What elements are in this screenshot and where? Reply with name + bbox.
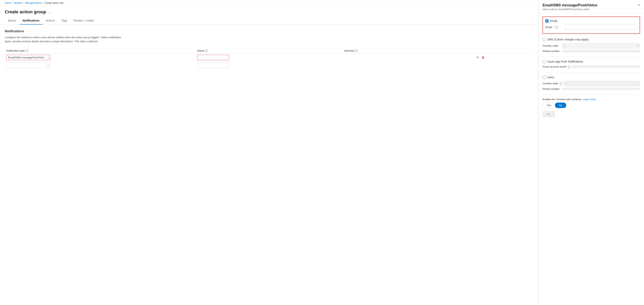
tab-review-create[interactable]: Review + create xyxy=(70,17,97,24)
alert-schema-label: Enable the common alert schema. Learn mo… xyxy=(542,98,640,101)
notification-type-select[interactable]: Email/SMS message/Push/Voice Azure app P… xyxy=(6,55,50,60)
voice-checkbox-label[interactable]: Voice xyxy=(547,76,554,79)
azure-email-input xyxy=(572,65,640,68)
toggle-no-button[interactable]: No xyxy=(555,103,566,108)
right-panel: Email/SMS message/Push/Voice Add or edit… xyxy=(538,0,644,305)
alert-schema-toggle: Yes No xyxy=(542,102,566,108)
panel-content: Email Email * i SMS (Carrier charges may… xyxy=(538,13,644,305)
voice-phone-label: Phone number xyxy=(542,87,560,90)
divider-1 xyxy=(542,56,640,57)
email-checkbox-wrapper: Email xyxy=(545,19,637,22)
sms-checkbox[interactable] xyxy=(542,38,546,41)
tab-notifications[interactable]: Notifications xyxy=(19,17,43,24)
toggle-yes-button[interactable]: Yes xyxy=(543,103,555,108)
sms-country-select[interactable]: 1 xyxy=(562,43,640,48)
email-checkbox[interactable] xyxy=(545,19,548,22)
sms-checkbox-label[interactable]: SMS (Carrier charges may apply) xyxy=(547,38,589,41)
sms-checkbox-wrapper: SMS (Carrier charges may apply) xyxy=(542,38,640,41)
voice-checkbox[interactable] xyxy=(542,76,546,79)
learn-more-link[interactable]: Learn more xyxy=(582,98,596,101)
voice-phone-row: Phone number xyxy=(542,87,640,90)
sms-phone-label: Phone number xyxy=(542,50,560,53)
sms-section: SMS (Carrier charges may apply) Country … xyxy=(542,38,640,53)
voice-country-info-icon[interactable]: i xyxy=(560,82,562,85)
notification-name-input-1[interactable] xyxy=(197,55,229,60)
azure-push-checkbox[interactable] xyxy=(542,60,546,63)
alert-schema-section: Enable the common alert schema. Learn mo… xyxy=(542,98,640,108)
notification-type-select-wrapper: Email/SMS message/Push/Voice Azure app P… xyxy=(6,55,50,60)
name-cell-2 xyxy=(196,61,343,69)
sms-phone-input xyxy=(562,50,640,52)
email-field-label: Email * i xyxy=(545,26,563,29)
sms-country-label: Country code xyxy=(542,44,560,47)
azure-email-label: Azure account email i xyxy=(542,65,570,68)
col-header-name: Name i xyxy=(196,48,343,54)
more-options-icon[interactable]: ... xyxy=(48,10,51,14)
table-row: Email/SMS message/Push/Voice Azure app P… xyxy=(5,54,534,61)
left-panel: Home > Monitor > Manage actions > Create… xyxy=(0,0,538,305)
delete-button-1[interactable]: 🗑 xyxy=(481,55,485,60)
azure-push-checkbox-label[interactable]: Azure app Push Notifications xyxy=(547,60,583,63)
selected-cell-1 xyxy=(342,54,474,61)
voice-country-input: 1 xyxy=(564,81,640,86)
tab-basics[interactable]: Basics xyxy=(5,17,19,24)
sms-country-row: Country code 1 ▾ xyxy=(542,43,640,48)
page-header: Create action group ... xyxy=(0,6,538,14)
col-header-selected: Selected i xyxy=(342,48,474,54)
main-content: Notifications Configure the method in wh… xyxy=(0,25,538,305)
table-row: Email/SMS message/Push/Voice ▾ xyxy=(5,61,534,69)
breadcrumb-current: Create action rule xyxy=(45,1,64,4)
name-info-icon[interactable]: i xyxy=(205,49,208,52)
col-header-type: Notification type i xyxy=(5,48,196,54)
actions-cell-2 xyxy=(474,61,534,69)
panel-subtitle: Add or edit an Email/SMS/Push/Voice acti… xyxy=(542,8,597,11)
panel-title: Email/SMS message/Push/Voice xyxy=(542,3,597,7)
sms-phone-row: Phone number xyxy=(542,50,640,53)
notifications-table: Notification type i Name i Selected xyxy=(5,48,534,69)
voice-checkbox-wrapper: Voice xyxy=(542,76,640,79)
type-cell-2: Email/SMS message/Push/Voice ▾ xyxy=(5,61,196,69)
voice-country-row: Country code i 1 xyxy=(542,81,640,86)
tab-tags[interactable]: Tags xyxy=(58,17,70,24)
notification-type-select-2[interactable]: Email/SMS message/Push/Voice xyxy=(6,62,50,68)
notification-type-select-wrapper-2: Email/SMS message/Push/Voice ▾ xyxy=(6,62,50,68)
selected-info-icon[interactable]: i xyxy=(355,49,358,52)
ok-button[interactable]: OK xyxy=(542,111,555,117)
panel-header: Email/SMS message/Push/Voice Add or edit… xyxy=(538,0,644,13)
azure-push-checkbox-wrapper: Azure app Push Notifications xyxy=(542,60,640,63)
actions-cell-1: ✎ 🗑 xyxy=(474,54,534,61)
tab-actions[interactable]: Actions xyxy=(43,17,58,24)
voice-phone-input xyxy=(562,88,640,90)
section-title: Notifications xyxy=(5,29,534,33)
col-header-actions xyxy=(474,48,534,54)
type-cell-1: Email/SMS message/Push/Voice Azure app P… xyxy=(5,54,196,61)
email-checkbox-label[interactable]: Email xyxy=(550,19,557,22)
azure-email-info-icon[interactable]: i xyxy=(568,65,570,68)
email-field-row: Email * i xyxy=(545,24,637,30)
azure-email-row: Azure account email i xyxy=(542,65,640,68)
type-info-icon[interactable]: i xyxy=(26,49,28,52)
edit-button-1[interactable]: ✎ xyxy=(476,55,480,60)
breadcrumb: Home > Monitor > Manage actions > Create… xyxy=(0,0,538,6)
email-input[interactable] xyxy=(565,24,637,30)
azure-push-section: Azure app Push Notifications Azure accou… xyxy=(542,60,640,68)
breadcrumb-sep-1: > xyxy=(12,2,13,4)
breadcrumb-monitor[interactable]: Monitor xyxy=(14,1,22,4)
voice-section: Voice Country code i 1 Phone number xyxy=(542,76,640,90)
breadcrumb-sep-3: > xyxy=(43,2,44,4)
voice-country-label: Country code i xyxy=(542,82,562,85)
notification-name-input-2[interactable] xyxy=(197,62,229,68)
tabs-bar: Basics Notifications Actions Tags Review… xyxy=(0,17,538,25)
email-field-info-icon[interactable]: i xyxy=(555,26,558,29)
close-button[interactable]: × xyxy=(638,3,640,7)
divider-2 xyxy=(542,72,640,72)
breadcrumb-home[interactable]: Home xyxy=(5,1,11,4)
section-description: Configure the method in which users will… xyxy=(5,35,128,43)
page-title: Create action group xyxy=(5,9,46,14)
breadcrumb-manage-actions[interactable]: Manage actions xyxy=(25,1,42,4)
selected-cell-2 xyxy=(342,61,474,69)
divider-3 xyxy=(542,94,640,95)
name-cell-1 xyxy=(196,54,343,61)
email-section: Email Email * i xyxy=(542,16,640,34)
breadcrumb-sep-2: > xyxy=(23,2,24,4)
